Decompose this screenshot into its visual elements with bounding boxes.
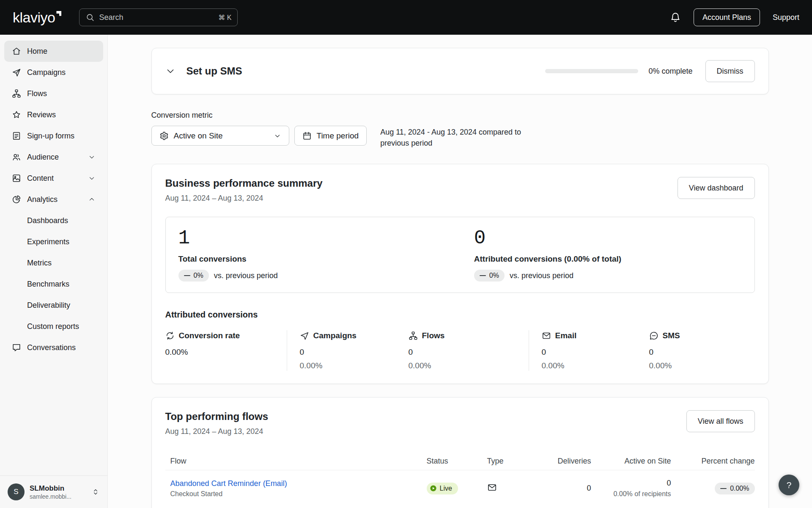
sidebar-item-campaigns[interactable]: Campaigns — [4, 62, 103, 83]
dismiss-button[interactable]: Dismiss — [705, 60, 755, 82]
chevron-down-icon — [88, 174, 96, 182]
setup-sms-progress-area: 0% complete Dismiss — [545, 60, 754, 82]
sidebar-item-label: Conversations — [27, 343, 76, 352]
expand-setup-sms-button[interactable] — [165, 66, 176, 76]
live-play-icon — [430, 485, 437, 492]
sidebar-item-deliverability[interactable]: Deliverability — [4, 295, 103, 316]
bell-icon — [670, 12, 681, 23]
sidebar: Home Campaigns Flows Reviews Sign-up for… — [0, 35, 108, 508]
sidebar-item-label: Content — [27, 174, 54, 183]
sms-icon — [649, 331, 658, 340]
sidebar-item-benchmarks[interactable]: Benchmarks — [4, 273, 103, 295]
sidebar-item-flows[interactable]: Flows — [4, 83, 103, 104]
sidebar-item-label: Home — [27, 47, 47, 56]
flow-cell: Abandoned Cart Reminder (Email) Checkout… — [165, 479, 427, 498]
sidebar-item-label: Reviews — [27, 110, 56, 119]
people-icon — [12, 152, 21, 162]
attributed-conversions-value: 0 — [474, 228, 742, 248]
comparison-range-text: Aug 11, 2024 - Aug 13, 2024 compared to … — [380, 126, 532, 149]
sidebar-item-content[interactable]: Content — [4, 168, 103, 189]
search-icon — [85, 13, 95, 22]
top-flows-card: Top performing flows Aug 11, 2024 – Aug … — [151, 397, 769, 508]
user-info: SLMobbin samlee.mobbi... — [30, 484, 71, 500]
flows-table: Flow Status Type Deliveries Active on Si… — [165, 453, 755, 505]
form-icon — [12, 131, 21, 141]
sidebar-item-analytics[interactable]: Analytics — [4, 189, 103, 210]
chevron-up-down-icon — [91, 488, 100, 496]
flat-trend-icon — [480, 275, 486, 276]
trend-badge: 0% — [178, 270, 209, 282]
setup-sms-title: Set up SMS — [187, 65, 242, 77]
conversion-metric-controls: Active on Site Time period Aug 11, 2024 … — [151, 126, 769, 149]
stat-campaigns: Campaigns 0 0.00% — [300, 330, 409, 371]
help-button[interactable]: ? — [779, 475, 799, 495]
flat-trend-icon — [184, 275, 190, 276]
home-icon — [12, 47, 21, 56]
account-plans-button[interactable]: Account Plans — [694, 8, 760, 26]
sidebar-item-experiments[interactable]: Experiments — [4, 231, 103, 252]
refresh-icon — [165, 331, 175, 340]
sidebar-item-conversations[interactable]: Conversations — [4, 337, 103, 358]
calendar-icon — [302, 131, 312, 141]
view-all-flows-button[interactable]: View all flows — [686, 410, 755, 432]
top-flows-header: Top performing flows Aug 11, 2024 – Aug … — [165, 410, 755, 436]
selected-metric: Active on Site — [174, 131, 223, 141]
attributed-stats-row: Conversion rate 0.00% Campaigns 0 0.00% — [165, 330, 755, 371]
main-content: Set up SMS 0% complete Dismiss Conversio… — [108, 35, 812, 508]
business-performance-dates: Aug 11, 2024 – Aug 13, 2024 — [165, 193, 755, 203]
flow-name-link[interactable]: Abandoned Cart Reminder (Email) — [170, 479, 287, 488]
attributed-conversions-metric: 0 Attributed conversions (0.00% of total… — [474, 228, 742, 282]
support-link[interactable]: Support — [773, 13, 799, 22]
chevron-down-icon — [165, 66, 176, 76]
sidebar-item-home[interactable]: Home — [4, 41, 103, 62]
email-icon — [487, 483, 497, 492]
trend-badge: 0% — [474, 270, 505, 282]
star-icon — [12, 110, 21, 119]
status-badge: Live — [427, 483, 458, 494]
total-conversions-value: 1 — [178, 228, 474, 248]
divider — [529, 330, 529, 371]
search-input[interactable] — [99, 13, 214, 22]
sidebar-item-label: Sign-up forms — [27, 132, 74, 141]
conversion-metric-label: Conversion metric — [151, 111, 769, 120]
conversion-metric-select[interactable]: Active on Site — [151, 126, 289, 146]
conversions-summary-box: 1 Total conversions 0% vs. previous peri… — [165, 217, 755, 293]
business-performance-title: Business performance summary — [165, 177, 755, 190]
stat-conversion-rate: Conversion rate 0.00% — [165, 330, 287, 371]
klaviyo-flag-icon — [56, 11, 61, 16]
content-icon — [12, 174, 21, 183]
send-icon — [300, 331, 309, 340]
account-switcher[interactable]: S SLMobbin samlee.mobbi... — [0, 475, 107, 508]
chat-bubble-icon — [12, 343, 21, 352]
sidebar-item-signup-forms[interactable]: Sign-up forms — [4, 125, 103, 146]
search-box[interactable]: ⌘ K — [79, 8, 238, 26]
klaviyo-logo[interactable]: klaviyo — [13, 9, 61, 26]
sidebar-item-custom-reports[interactable]: Custom reports — [4, 316, 103, 337]
sidebar-item-audience[interactable]: Audience — [4, 146, 103, 168]
search-shortcut: ⌘ K — [218, 14, 231, 22]
setup-sms-banner: Set up SMS 0% complete Dismiss — [151, 48, 769, 94]
sidebar-item-label: Analytics — [27, 195, 58, 204]
sidebar-item-label: Audience — [27, 153, 59, 162]
sidebar-item-reviews[interactable]: Reviews — [4, 104, 103, 125]
view-dashboard-button[interactable]: View dashboard — [678, 177, 755, 199]
avatar: S — [8, 483, 25, 500]
column-header-status: Status — [427, 457, 487, 466]
column-header-percent-change: Percent change — [671, 457, 755, 466]
sidebar-item-metrics[interactable]: Metrics — [4, 252, 103, 273]
divider — [287, 330, 287, 371]
active-on-site-cell: 0 0.00% of recipients — [591, 479, 671, 498]
chevron-down-icon — [274, 132, 281, 140]
notifications-button[interactable] — [670, 12, 681, 23]
type-cell — [487, 483, 528, 494]
time-period-button[interactable]: Time period — [294, 126, 367, 146]
column-header-flow: Flow — [165, 457, 427, 466]
percent-change-cell: 0.00% — [671, 483, 755, 494]
flow-trigger: Checkout Started — [170, 490, 427, 498]
trend-badge: 0.00% — [715, 483, 754, 494]
sidebar-item-dashboards[interactable]: Dashboards — [4, 210, 103, 231]
gear-icon — [159, 131, 169, 141]
progress-label: 0% complete — [648, 67, 692, 76]
business-performance-header: Business performance summary Aug 11, 202… — [165, 177, 755, 203]
topbar-actions: Account Plans Support — [670, 8, 799, 26]
